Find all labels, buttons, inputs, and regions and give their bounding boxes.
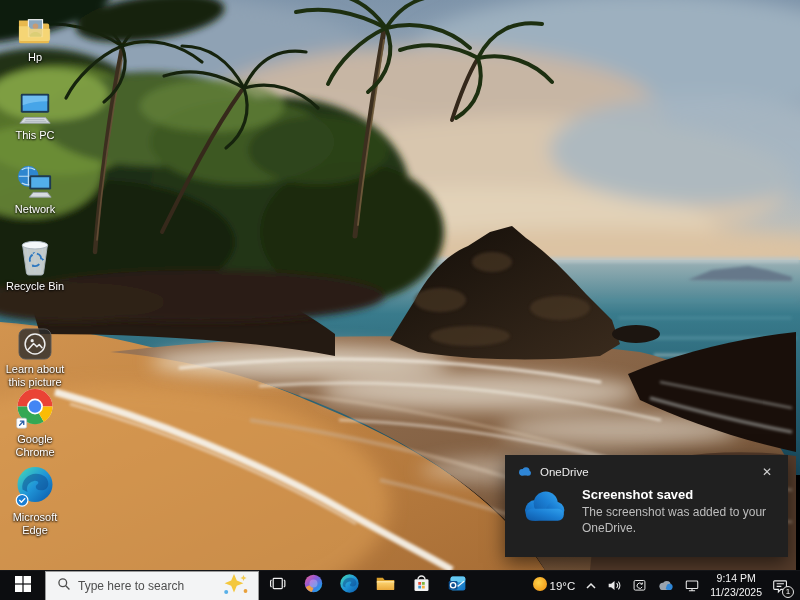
taskbar-file-explorer-button[interactable] bbox=[367, 571, 403, 600]
toast-body: The screenshot was added to your OneDriv… bbox=[582, 504, 772, 536]
weather-widget[interactable]: 19°C bbox=[527, 571, 581, 600]
desktop-icon-label: Hp bbox=[28, 51, 42, 64]
desktop-icon-label: Learn about this picture bbox=[2, 363, 68, 389]
taskbar-store-button[interactable] bbox=[403, 571, 439, 600]
desktop-icon-label: This PC bbox=[15, 129, 54, 142]
recycle-bin-icon bbox=[17, 237, 53, 277]
check-badge bbox=[16, 495, 28, 507]
action-center-button[interactable]: 1 bbox=[767, 571, 794, 600]
windows-update-icon bbox=[632, 578, 647, 593]
desktop-icon-microsoft-edge[interactable]: Microsoft Edge bbox=[2, 468, 68, 537]
notification-count-badge: 1 bbox=[782, 586, 794, 598]
chrome-icon bbox=[15, 390, 55, 430]
microsoft-store-icon bbox=[411, 573, 432, 598]
shortcut-arrow-badge bbox=[17, 418, 27, 428]
tray-expand-button[interactable] bbox=[580, 571, 602, 600]
outlook-icon bbox=[447, 573, 468, 598]
picture-info-icon bbox=[18, 320, 52, 360]
desktop-icon-this-pc[interactable]: This PC bbox=[2, 86, 68, 142]
this-pc-icon bbox=[16, 86, 54, 126]
onedrive-cloud-tray-icon bbox=[657, 579, 674, 592]
hp-folder-icon bbox=[16, 8, 54, 48]
file-explorer-icon bbox=[375, 573, 396, 598]
task-view-icon bbox=[268, 574, 287, 597]
desktop-icon-network[interactable]: Network bbox=[2, 160, 68, 216]
desktop-icon-learn-about-picture[interactable]: Learn about this picture bbox=[2, 320, 68, 389]
copilot-icon bbox=[303, 573, 324, 598]
edge-icon bbox=[339, 573, 360, 598]
desktop-icon-label: Network bbox=[15, 203, 55, 216]
windows-update-tray-button[interactable] bbox=[627, 571, 652, 600]
onedrive-small-icon bbox=[517, 463, 532, 481]
start-button[interactable] bbox=[0, 571, 45, 600]
system-tray: 19°C bbox=[527, 571, 800, 600]
onedrive-cloud-icon bbox=[519, 487, 569, 531]
windows-logo-icon bbox=[15, 576, 31, 596]
task-view-button[interactable] bbox=[259, 571, 295, 600]
date-label: 11/23/2025 bbox=[710, 586, 762, 600]
temperature-label: 19°C bbox=[548, 580, 576, 592]
search-input[interactable] bbox=[78, 579, 198, 593]
clock[interactable]: 9:14 PM 11/23/2025 bbox=[705, 571, 767, 600]
onedrive-notification-toast[interactable]: OneDrive ✕ bbox=[505, 455, 788, 557]
chevron-up-icon bbox=[585, 580, 597, 592]
taskbar-search-box[interactable] bbox=[45, 571, 259, 600]
volume-button[interactable] bbox=[602, 571, 627, 600]
desktop-icon-label: Microsoft Edge bbox=[2, 511, 68, 537]
taskbar-outlook-button[interactable] bbox=[439, 571, 475, 600]
desktop-icon-google-chrome[interactable]: Google Chrome bbox=[2, 390, 68, 459]
desktop-icon-recycle-bin[interactable]: Recycle Bin bbox=[2, 237, 68, 293]
weather-sun-icon bbox=[532, 576, 548, 596]
search-highlights-sparkle-icon[interactable] bbox=[220, 572, 250, 600]
toast-app-name: OneDrive bbox=[540, 466, 589, 478]
search-icon bbox=[57, 577, 71, 595]
network-tray-button[interactable] bbox=[679, 571, 705, 600]
toast-close-icon[interactable]: ✕ bbox=[758, 464, 776, 480]
desktop-icon-hp-folder[interactable]: Hp bbox=[2, 8, 68, 64]
taskbar-edge-button[interactable] bbox=[331, 571, 367, 600]
desktop-icon-label: Recycle Bin bbox=[6, 280, 64, 293]
onedrive-tray-button[interactable] bbox=[652, 571, 679, 600]
time-label: 9:14 PM bbox=[717, 572, 756, 586]
desktop-icon-label: Google Chrome bbox=[2, 433, 68, 459]
taskbar-copilot-button[interactable] bbox=[295, 571, 331, 600]
network-icon bbox=[16, 160, 54, 200]
edge-icon bbox=[15, 468, 55, 508]
taskbar: 19°C bbox=[0, 570, 800, 600]
windows-desktop: Hp This PC Network bbox=[0, 0, 800, 600]
speaker-icon bbox=[607, 578, 622, 593]
ethernet-network-icon bbox=[684, 578, 700, 593]
toast-title: Screenshot saved bbox=[582, 487, 772, 502]
